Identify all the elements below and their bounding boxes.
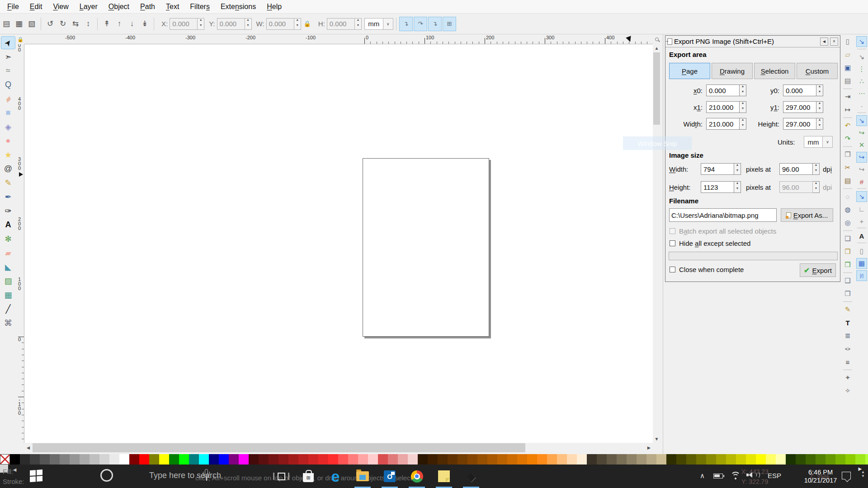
menu-filters[interactable]: Filters	[184, 1, 215, 13]
color-swatch[interactable]	[249, 454, 259, 465]
color-swatch[interactable]	[338, 454, 348, 465]
snap-rotation-centers-icon[interactable]: +	[856, 216, 867, 226]
clock[interactable]: 6:46 PM 10/21/2017	[792, 468, 849, 484]
color-swatch[interactable]	[706, 454, 716, 465]
horizontal-scrollbar[interactable]: ◄ ►	[24, 443, 653, 453]
color-swatch[interactable]	[70, 454, 80, 465]
color-swatch[interactable]	[219, 454, 229, 465]
taskbar-edge[interactable]: e	[322, 465, 349, 488]
print-icon[interactable]: ▤	[842, 75, 853, 86]
move-gradients-toggle[interactable]: ↴	[428, 17, 442, 31]
y1-spinner[interactable]: ▲▼	[816, 101, 823, 113]
menu-path[interactable]: Path	[135, 1, 160, 13]
canvas[interactable]	[24, 44, 653, 443]
calligraphy-tool[interactable]: ✑	[1, 204, 15, 217]
mesh-tool[interactable]: ▦	[1, 288, 15, 301]
color-swatch[interactable]	[736, 454, 746, 465]
color-swatch[interactable]	[129, 454, 139, 465]
y-input[interactable]	[217, 18, 245, 30]
tweak-tool[interactable]: ≈	[1, 64, 15, 77]
color-swatch[interactable]	[30, 454, 40, 465]
color-swatch[interactable]	[90, 454, 99, 465]
taskbar-file-explorer[interactable]	[349, 465, 376, 488]
color-swatch[interactable]	[577, 454, 587, 465]
color-swatch[interactable]	[746, 454, 756, 465]
color-swatch[interactable]	[835, 454, 845, 465]
scroll-down-arrow[interactable]: ▼	[653, 435, 660, 443]
eraser-tool[interactable]: ▰	[1, 246, 15, 259]
color-swatch[interactable]	[269, 454, 278, 465]
color-swatch[interactable]	[169, 454, 179, 465]
tray-chevron-icon[interactable]: ∧	[700, 472, 705, 480]
horizontal-scroll-thumb[interactable]	[33, 443, 525, 452]
pen-tool[interactable]: ✒	[1, 190, 15, 203]
x0-input[interactable]	[706, 84, 740, 96]
selector-tool[interactable]: ➤	[1, 36, 15, 49]
pencil-tool[interactable]: ✎	[1, 176, 15, 189]
color-swatch[interactable]	[855, 454, 865, 465]
gradient-tool[interactable]: ▨	[1, 274, 15, 287]
w-spinner[interactable]: ▲▼	[294, 18, 301, 30]
menu-edit[interactable]: Edit	[24, 1, 48, 13]
menu-text[interactable]: Text	[160, 1, 184, 13]
color-swatch[interactable]	[557, 454, 567, 465]
color-swatch[interactable]	[109, 454, 119, 465]
y1-input[interactable]	[783, 101, 816, 113]
snap-page-border-icon[interactable]: ▯	[856, 246, 867, 257]
x-spinner[interactable]: ▲▼	[198, 18, 204, 30]
snap-guides-icon[interactable]: |/|	[856, 270, 867, 281]
cut-icon[interactable]: ✂	[842, 162, 853, 173]
color-swatch[interactable]	[666, 454, 676, 465]
hide-except-checkbox[interactable]	[670, 240, 675, 246]
w-field[interactable]: ▲▼	[266, 18, 301, 30]
color-swatch[interactable]	[826, 454, 835, 465]
width-dpi-input[interactable]	[779, 163, 813, 175]
xml-editor-icon[interactable]: <>	[842, 343, 853, 354]
color-swatch[interactable]	[50, 454, 60, 465]
color-swatch[interactable]	[80, 454, 90, 465]
size-width-field[interactable]: ▲▼	[701, 163, 741, 175]
fill-stroke-dialog-icon[interactable]: ✎	[842, 304, 853, 315]
area-width-input[interactable]	[706, 118, 740, 130]
color-swatch[interactable]	[149, 454, 159, 465]
zoom-spinner[interactable]: ▲▼	[861, 470, 865, 478]
color-swatch[interactable]	[20, 454, 30, 465]
color-swatch[interactable]	[845, 454, 855, 465]
lock-ratio-icon[interactable]: 🔒	[304, 20, 311, 27]
color-swatch[interactable]	[716, 454, 726, 465]
import-icon[interactable]: ⇥	[842, 91, 853, 102]
snap-bbox-corners-icon[interactable]: ∴	[856, 76, 867, 87]
chevron-down-icon[interactable]: ∨	[823, 136, 833, 148]
text-dialog-icon[interactable]: T	[842, 317, 853, 328]
move-patterns-toggle[interactable]: ⊞	[443, 17, 456, 31]
taskbar-task-view[interactable]	[268, 465, 295, 488]
color-swatch[interactable]	[428, 454, 438, 465]
color-swatch[interactable]	[259, 454, 269, 465]
save-document-icon[interactable]: ▣	[842, 62, 853, 73]
zoom-selection-icon[interactable]: ◌	[842, 191, 853, 202]
export-icon[interactable]: ↦	[842, 104, 853, 115]
menu-extensions[interactable]: Extensions	[215, 1, 261, 13]
color-swatch[interactable]	[865, 454, 868, 465]
h-input[interactable]	[327, 18, 355, 30]
snap-bbox-centers-icon[interactable]: ∙	[856, 100, 867, 111]
snap-smooth-nodes-icon[interactable]: ↪	[856, 164, 867, 175]
new-document-icon[interactable]: ▯	[842, 36, 853, 47]
color-swatch[interactable]	[10, 454, 20, 465]
export-units-dropdown[interactable]: mm ∨	[804, 136, 833, 148]
x-input[interactable]	[170, 18, 198, 30]
snap-cusp-nodes-icon[interactable]: ↪	[856, 152, 867, 163]
zoom-drawing-icon[interactable]: ◍	[842, 204, 853, 215]
color-swatch[interactable]	[348, 454, 358, 465]
spiral-tool[interactable]: @	[1, 162, 15, 175]
color-swatch[interactable]	[179, 454, 189, 465]
snap-text-baseline-icon[interactable]: A	[856, 230, 867, 241]
color-swatch[interactable]	[209, 454, 219, 465]
x1-input[interactable]	[706, 101, 740, 113]
x1-field[interactable]: ▲▼	[706, 101, 746, 113]
color-swatch[interactable]	[776, 454, 786, 465]
clone-icon[interactable]: ❒	[842, 246, 853, 257]
menu-help[interactable]: Help	[261, 1, 287, 13]
color-swatch[interactable]	[318, 454, 328, 465]
area-selection-button[interactable]: Selection	[754, 63, 795, 79]
